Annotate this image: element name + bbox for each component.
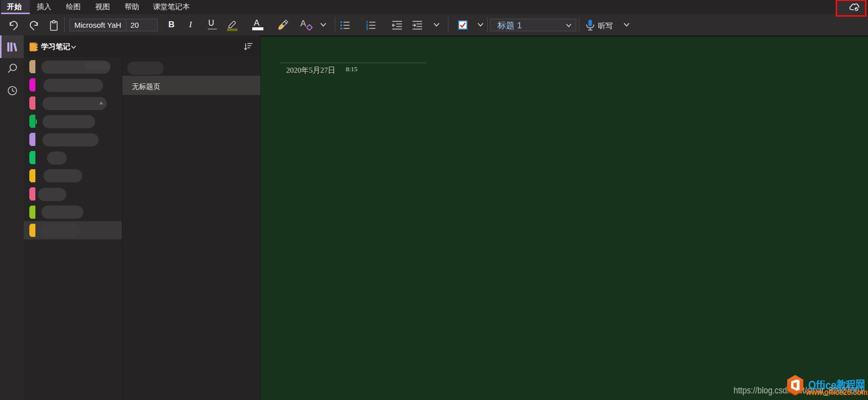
svg-text:3: 3 [366,27,368,30]
